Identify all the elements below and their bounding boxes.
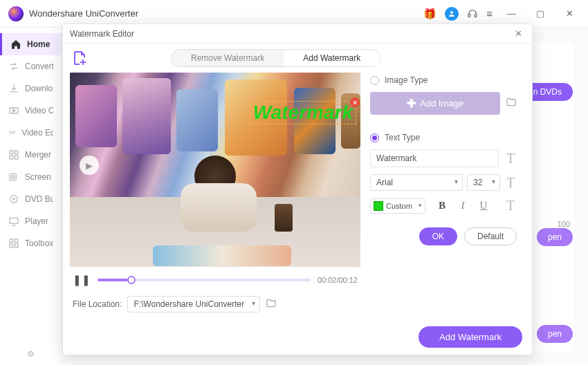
color-swatch <box>374 201 383 211</box>
sidebar-item-label: DVD Burner <box>25 194 53 204</box>
sidebar-item-home[interactable]: Home <box>0 33 62 55</box>
seek-thumb[interactable] <box>127 276 136 284</box>
svg-point-9 <box>12 176 15 178</box>
svg-rect-15 <box>10 244 13 247</box>
apply-watermark-button[interactable]: Add Watermark <box>419 326 522 348</box>
watermark-file-icon[interactable] <box>71 50 88 66</box>
tab-remove-watermark[interactable]: Remove Watermark <box>172 50 284 66</box>
sidebar-item-player[interactable]: Player <box>0 210 62 232</box>
player-icon <box>8 216 19 227</box>
sidebar-item-label: Player <box>25 216 48 226</box>
text-preset-1-icon[interactable]: T <box>504 151 517 167</box>
watermark-text-input[interactable] <box>370 149 499 167</box>
svg-point-11 <box>13 198 15 200</box>
modal-toolbar: Remove Watermark Add Watermark <box>63 44 532 73</box>
modal-title: Watermark Editor <box>70 29 511 39</box>
sidebar-item-label: Merger <box>25 150 51 160</box>
text-type-label: Text Type <box>385 133 420 142</box>
sidebar-item-recorder[interactable]: Screen Recorder <box>0 166 62 188</box>
font-select[interactable]: Arial <box>370 174 463 191</box>
bg-open-button-1[interactable]: pen <box>537 228 573 246</box>
svg-rect-12 <box>10 218 18 223</box>
settings-column: Image Type ✚ Add Image Te <box>370 73 517 312</box>
app-logo <box>8 6 24 21</box>
pause-button[interactable]: ❚❚ <box>73 274 91 286</box>
underline-button[interactable]: U <box>477 199 490 213</box>
svg-point-10 <box>10 196 18 203</box>
content-area: n DVDs 100 pen pen Watermark Editor ✕ Re… <box>62 28 588 365</box>
modal-close-button[interactable]: ✕ <box>511 28 525 39</box>
dvd-icon <box>8 194 19 205</box>
italic-button[interactable]: I <box>456 199 470 213</box>
size-select[interactable]: 32 <box>467 174 500 191</box>
sidebar-item-dvd[interactable]: DVD Burner <box>0 188 62 210</box>
tab-add-watermark[interactable]: Add Watermark <box>284 50 380 66</box>
browse-folder-icon[interactable] <box>266 298 277 311</box>
svg-rect-16 <box>15 244 18 247</box>
style-buttons: B I U <box>435 199 490 213</box>
play-overlay-icon[interactable]: ▶ <box>80 156 99 175</box>
bg-count: 100 <box>558 220 570 228</box>
plus-icon: ✚ <box>407 97 416 110</box>
maximize-button[interactable]: ▢ <box>530 3 551 24</box>
color-label: Custom <box>386 202 412 210</box>
home-icon <box>10 39 21 50</box>
text-type-row: Text Type <box>370 133 517 142</box>
svg-rect-6 <box>10 156 13 159</box>
text-preset-3-icon[interactable]: T <box>504 198 517 214</box>
watermark-editor-modal: Watermark Editor ✕ Remove Watermark Add … <box>62 24 533 355</box>
converter-icon <box>8 61 19 72</box>
image-type-radio[interactable] <box>370 76 379 85</box>
support-icon[interactable] <box>467 8 478 19</box>
sidebar-item-label: Converter <box>25 62 53 71</box>
watermark-mode-tabs: Remove Watermark Add Watermark <box>171 49 380 67</box>
title-actions: 🎁 ≡ — ▢ ✕ <box>423 3 580 24</box>
app-title: Wondershare UniConverter <box>29 8 423 19</box>
bg-open-button-2[interactable]: pen <box>537 325 573 343</box>
color-select[interactable]: Custom <box>370 198 425 214</box>
sidebar-item-editor[interactable]: ✂ Video Editor <box>0 122 62 144</box>
default-button[interactable]: Default <box>464 227 517 245</box>
add-image-button[interactable]: ✚ Add Image <box>370 92 500 115</box>
sidebar-item-label: Toolbox <box>25 238 53 248</box>
sidebar-item-converter[interactable]: Converter <box>0 55 62 77</box>
preview-column: ▶ Watermark ✕ ❚❚ 00:02/00:12 <box>70 73 360 312</box>
user-badge-icon[interactable] <box>445 7 459 21</box>
sidebar-item-downloader[interactable]: Downloader <box>0 77 62 100</box>
sidebar-item-toolbox[interactable]: Toolbox <box>0 232 62 254</box>
file-location-select[interactable]: F:\Wondershare UniConverter <box>127 296 260 312</box>
video-preview[interactable]: ▶ Watermark ✕ <box>70 73 360 267</box>
browse-image-icon[interactable] <box>506 97 517 110</box>
gift-icon[interactable]: 🎁 <box>423 8 437 20</box>
sidebar-item-merger[interactable]: Merger <box>0 144 62 166</box>
svg-rect-2 <box>475 14 477 17</box>
bold-button[interactable]: B <box>435 199 449 213</box>
recorder-icon <box>8 171 19 182</box>
player-controls: ❚❚ 00:02/00:12 <box>70 267 360 293</box>
ok-button[interactable]: OK <box>419 227 457 245</box>
svg-rect-1 <box>468 14 470 17</box>
svg-rect-8 <box>10 174 16 180</box>
minimize-button[interactable]: — <box>501 3 522 24</box>
menu-icon[interactable]: ≡ <box>486 8 493 19</box>
sidebar-settings[interactable]: ⚙ <box>0 343 62 365</box>
close-window-button[interactable]: ✕ <box>559 3 580 24</box>
watermark-remove-icon[interactable]: ✕ <box>350 97 360 107</box>
modal-footer: Add Watermark <box>63 319 532 355</box>
seek-bar[interactable] <box>98 279 311 281</box>
image-type-row: Image Type <box>370 75 517 85</box>
file-location-row: File Location: F:\Wondershare UniConvert… <box>70 293 360 312</box>
sidebar: Home Converter Downloader Video Compress… <box>0 28 62 365</box>
text-type-radio[interactable] <box>370 133 379 142</box>
sidebar-item-label: Screen Recorder <box>25 172 53 182</box>
svg-point-0 <box>450 11 453 14</box>
svg-rect-4 <box>10 151 13 154</box>
text-preset-2-icon[interactable]: T <box>504 175 517 191</box>
toolbox-icon <box>8 238 19 249</box>
svg-rect-13 <box>10 239 13 243</box>
watermark-overlay[interactable]: Watermark ✕ <box>250 101 356 124</box>
sidebar-item-compressor[interactable]: Video Compressor <box>0 100 62 122</box>
file-location-label: File Location: <box>73 299 122 309</box>
gear-icon: ⚙ <box>26 348 37 359</box>
sidebar-item-label: Video Editor <box>21 128 53 138</box>
